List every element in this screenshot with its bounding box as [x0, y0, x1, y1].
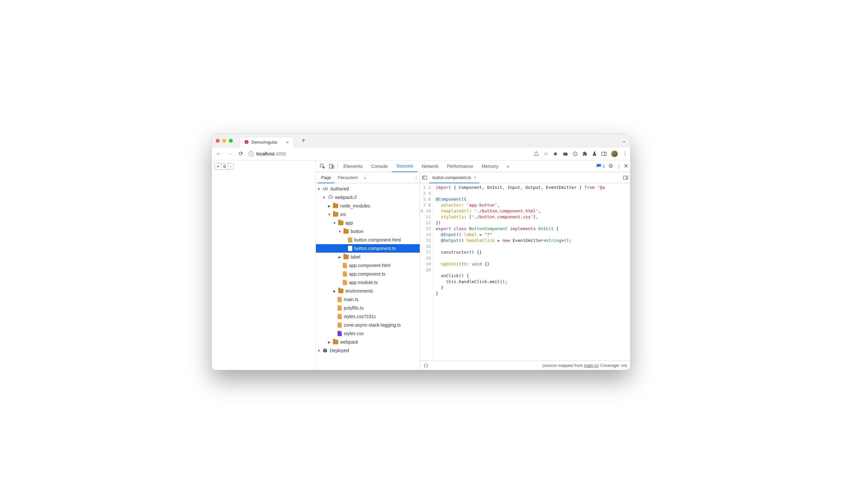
zoom-window-icon[interactable]: [229, 139, 233, 143]
tab-console[interactable]: Console: [367, 160, 392, 172]
tree-file[interactable]: styles.css?231c: [316, 312, 420, 321]
forward-button[interactable]: →: [226, 150, 233, 157]
editor-statusbar: {} (source mapped from main.js) Coverage…: [420, 361, 630, 370]
close-devtools-icon[interactable]: ✕: [624, 163, 628, 169]
tree-file-selected[interactable]: button.component.ts: [316, 244, 420, 253]
tree-folder[interactable]: ▼button: [316, 227, 420, 236]
navigator-pane: Page Filesystem » ⋮ ▼Authored ▼webpack:/…: [316, 172, 420, 370]
labs-icon[interactable]: [592, 151, 597, 157]
code-editor[interactable]: 1 2 3 4 5 6 7 8 9 10 11 12 13 14 15 16 1…: [420, 183, 630, 361]
folder-icon: [343, 229, 348, 234]
close-file-icon[interactable]: ×: [474, 175, 476, 180]
tab-performance[interactable]: Performance: [443, 160, 477, 172]
tab-elements[interactable]: Elements: [339, 160, 367, 172]
nav-tabs-overflow-icon[interactable]: »: [364, 175, 366, 180]
editor-tab[interactable]: button.component.ts ×: [429, 173, 479, 183]
issues-button[interactable]: 1: [596, 164, 605, 169]
file-icon: [343, 271, 347, 276]
devtools-menu-icon[interactable]: ⋮: [616, 164, 620, 169]
tab-title: DemoAngular: [251, 140, 277, 145]
url-host: localhost: [256, 151, 274, 157]
nav-tab-filesystem[interactable]: Filesystem: [334, 172, 361, 183]
tree-file[interactable]: app.module.ts: [316, 278, 420, 287]
tree-group-authored[interactable]: ▼Authored: [316, 184, 420, 193]
minimize-window-icon[interactable]: [222, 139, 226, 143]
address-bar[interactable]: i localhost:4200: [249, 149, 530, 159]
navigator-tabs: Page Filesystem » ⋮: [316, 172, 420, 183]
folder-icon: [338, 289, 343, 293]
tree-file[interactable]: app.component.ts: [316, 270, 420, 278]
tree-file[interactable]: app.component.html: [316, 261, 420, 270]
tab-memory[interactable]: Memory: [478, 160, 503, 172]
new-tab-button[interactable]: +: [299, 137, 308, 144]
tree-file[interactable]: polyfills.ts: [316, 304, 420, 312]
tree-folder[interactable]: ▼app: [316, 219, 420, 227]
file-icon: [348, 246, 352, 251]
counter-minus-button[interactable]: -: [228, 163, 233, 169]
page-content: + 0 -: [212, 160, 316, 370]
tree-group-deployed[interactable]: ▼Deployed: [316, 346, 420, 355]
window-controls: [216, 139, 233, 143]
cloud-icon: [328, 195, 333, 200]
nav-tab-page[interactable]: Page: [318, 173, 334, 183]
tree-folder[interactable]: ▶label: [316, 253, 420, 261]
file-icon: [338, 322, 342, 328]
tab-sources[interactable]: Sources: [392, 161, 417, 172]
svg-rect-5: [602, 152, 606, 156]
tree-folder[interactable]: ▼src: [316, 210, 420, 219]
tabs-dropdown-icon[interactable]: ⌄: [622, 138, 626, 144]
svg-rect-8: [329, 164, 333, 168]
tabs-overflow-icon[interactable]: »: [502, 160, 514, 172]
file-icon: [348, 237, 352, 242]
source-map-link[interactable]: main.js: [584, 363, 597, 368]
editor-tab-title: button.component.ts: [432, 175, 471, 180]
navigator-menu-icon[interactable]: ⋮: [414, 175, 418, 180]
sources-panes: Page Filesystem » ⋮ ▼Authored ▼webpack:/…: [316, 172, 630, 370]
settings-icon[interactable]: ⚙: [608, 163, 613, 169]
folder-icon: [338, 220, 343, 225]
tree-folder[interactable]: ▶node_modules: [316, 202, 420, 210]
extension-icon[interactable]: [573, 151, 578, 157]
share-icon[interactable]: [534, 151, 539, 157]
counter-value: 0: [222, 163, 228, 169]
tree-file[interactable]: styles.css: [316, 329, 420, 338]
svg-point-4: [575, 153, 576, 155]
reload-button[interactable]: ⟳: [237, 150, 245, 157]
file-icon: [338, 331, 342, 336]
toolbar: ← → ⟳ i localhost:4200 ☆ ☻ ⋮: [212, 147, 630, 160]
toggle-debugger-icon[interactable]: [621, 176, 630, 180]
tree-file[interactable]: main.ts: [316, 295, 420, 304]
close-window-icon[interactable]: [216, 139, 220, 143]
bookmark-icon[interactable]: ☆: [543, 150, 548, 157]
sidepanel-icon[interactable]: [602, 151, 607, 156]
editor-pane: button.component.ts × 1 2 3 4 5 6 7 8 9 …: [420, 172, 630, 370]
folder-icon: [343, 255, 348, 259]
tree-folder[interactable]: ▶webpack: [316, 338, 420, 346]
browser-tab[interactable]: DemoAngular ×: [239, 137, 294, 147]
tree-folder[interactable]: ▶environments: [316, 287, 420, 295]
browser-menu-icon[interactable]: ⋮: [622, 150, 627, 157]
close-tab-icon[interactable]: ×: [286, 140, 289, 145]
extension-icon[interactable]: ☻: [553, 151, 558, 157]
profile-avatar[interactable]: [611, 150, 618, 157]
tree-file[interactable]: button.component.html: [316, 236, 420, 244]
toggle-navigator-icon[interactable]: [420, 176, 429, 180]
inspect-element-icon[interactable]: [318, 163, 327, 169]
folder-icon: [333, 212, 338, 217]
back-button[interactable]: ←: [215, 150, 222, 157]
counter-widget: + 0 -: [214, 163, 234, 170]
extension-icon[interactable]: [563, 151, 568, 156]
counter-plus-button[interactable]: +: [215, 163, 222, 169]
line-gutter: 1 2 3 4 5 6 7 8 9 10 11 12 13 14 15 16 1…: [420, 183, 433, 361]
pretty-print-button[interactable]: {}: [423, 363, 429, 368]
site-info-icon[interactable]: i: [249, 151, 254, 157]
file-icon: [338, 314, 342, 319]
file-icon: [338, 297, 342, 302]
status-text: (source mapped from main.js) Coverage: n…: [542, 363, 627, 368]
file-tree: ▼Authored ▼webpack:// ▶node_modules ▼src…: [316, 183, 420, 370]
tab-network[interactable]: Network: [417, 160, 443, 172]
extensions-puzzle-icon[interactable]: [583, 151, 588, 157]
device-toolbar-icon[interactable]: [327, 163, 336, 169]
tree-origin-webpack[interactable]: ▼webpack://: [316, 193, 420, 202]
tree-file[interactable]: zone-async-stack-tagging.ts: [316, 321, 420, 329]
